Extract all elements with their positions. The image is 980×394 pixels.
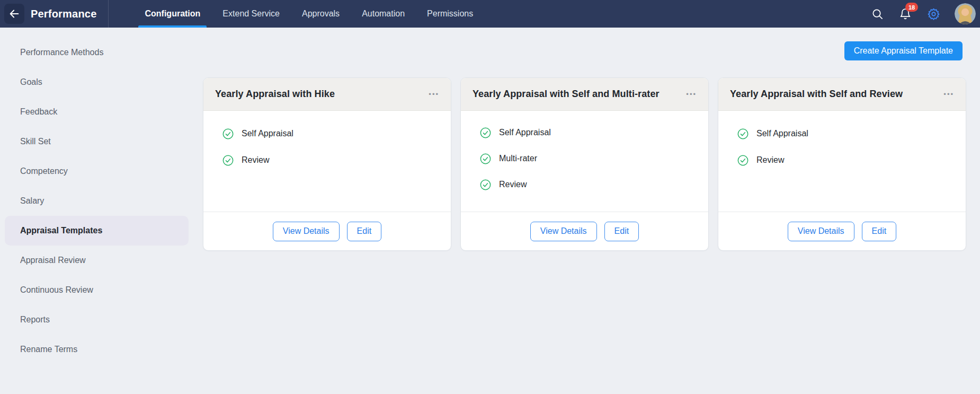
more-options-icon[interactable]: ••• xyxy=(938,91,954,98)
tab-automation[interactable]: Automation xyxy=(355,0,411,28)
notification-count-badge: 18 xyxy=(905,3,918,12)
sidebar-item-continuous-review[interactable]: Continuous Review xyxy=(0,275,193,305)
template-card: Yearly Appraisal with Hike ••• Self Appr… xyxy=(203,77,451,251)
step-label: Self Appraisal xyxy=(499,128,551,137)
sidebar-item-goals[interactable]: Goals xyxy=(0,67,193,97)
step-row: Self Appraisal xyxy=(480,127,696,138)
topbar-divider xyxy=(108,0,109,28)
main-content: Create Appraisal Template Yearly Apprais… xyxy=(193,28,980,394)
step-row: Multi-rater xyxy=(480,153,696,164)
settings-sidebar: Performance Methods Goals Feedback Skill… xyxy=(0,28,193,364)
more-options-icon[interactable]: ••• xyxy=(423,91,439,98)
appraisal-template-cards: Yearly Appraisal with Hike ••• Self Appr… xyxy=(203,77,966,251)
step-label: Self Appraisal xyxy=(756,129,808,138)
check-circle-icon xyxy=(222,155,234,166)
step-row: Review xyxy=(480,179,696,190)
view-details-button[interactable]: View Details xyxy=(788,222,854,241)
card-steps: Self Appraisal Multi-rater Review xyxy=(461,111,708,212)
check-circle-icon xyxy=(222,128,234,139)
sidebar-item-appraisal-templates[interactable]: Appraisal Templates xyxy=(5,216,189,246)
tab-approvals[interactable]: Approvals xyxy=(296,0,346,28)
step-row: Review xyxy=(737,154,953,166)
card-actions: View Details Edit xyxy=(718,212,966,250)
check-circle-icon xyxy=(737,128,749,139)
card-title: Yearly Appraisal with Self and Review xyxy=(730,89,938,100)
step-label: Multi-rater xyxy=(499,154,537,163)
sidebar-item-reports[interactable]: Reports xyxy=(0,305,193,335)
card-actions: View Details Edit xyxy=(461,212,708,250)
tab-permissions[interactable]: Permissions xyxy=(421,0,479,28)
sidebar-item-salary[interactable]: Salary xyxy=(0,186,193,216)
tab-extend-service[interactable]: Extend Service xyxy=(216,0,286,28)
template-card: Yearly Appraisal with Self and Multi-rat… xyxy=(460,77,709,251)
step-row: Self Appraisal xyxy=(222,128,438,139)
edit-button[interactable]: Edit xyxy=(862,222,897,241)
card-actions: View Details Edit xyxy=(203,212,451,250)
template-card: Yearly Appraisal with Self and Review ••… xyxy=(718,77,966,251)
step-label: Review xyxy=(499,180,527,189)
card-steps: Self Appraisal Review xyxy=(203,111,451,212)
check-circle-icon xyxy=(480,127,491,138)
back-arrow-icon xyxy=(8,8,20,20)
tab-configuration[interactable]: Configuration xyxy=(138,0,207,28)
step-label: Review xyxy=(756,155,784,165)
search-icon[interactable] xyxy=(870,7,884,21)
sidebar-item-performance-methods[interactable]: Performance Methods xyxy=(0,38,193,67)
step-label: Self Appraisal xyxy=(242,129,293,138)
page-title: Performance xyxy=(31,0,96,28)
notifications-bell-icon[interactable]: 18 xyxy=(898,7,912,21)
sidebar-item-feedback[interactable]: Feedback xyxy=(0,97,193,127)
check-circle-icon xyxy=(480,153,491,164)
more-options-icon[interactable]: ••• xyxy=(681,91,697,98)
card-title: Yearly Appraisal with Hike xyxy=(215,89,423,100)
check-circle-icon xyxy=(480,179,491,190)
back-button[interactable] xyxy=(4,4,24,24)
edit-button[interactable]: Edit xyxy=(604,222,639,241)
card-header: Yearly Appraisal with Self and Review ••… xyxy=(718,78,966,111)
top-navigation-bar: Performance Configuration Extend Service… xyxy=(0,0,980,28)
step-row: Self Appraisal xyxy=(737,128,953,139)
sidebar-item-skill-set[interactable]: Skill Set xyxy=(0,127,193,156)
edit-button[interactable]: Edit xyxy=(347,222,382,241)
sidebar-item-rename-terms[interactable]: Rename Terms xyxy=(0,335,193,364)
check-circle-icon xyxy=(737,155,749,166)
sidebar-item-appraisal-review[interactable]: Appraisal Review xyxy=(0,246,193,275)
topbar-actions: 18 xyxy=(870,0,980,28)
module-tabs: Configuration Extend Service Approvals A… xyxy=(138,0,479,28)
step-label: Review xyxy=(242,155,269,165)
view-details-button[interactable]: View Details xyxy=(530,222,597,241)
user-avatar[interactable] xyxy=(955,3,976,24)
card-header: Yearly Appraisal with Self and Multi-rat… xyxy=(461,78,708,111)
create-appraisal-template-button[interactable]: Create Appraisal Template xyxy=(844,41,963,60)
card-header: Yearly Appraisal with Hike ••• xyxy=(203,78,451,111)
card-steps: Self Appraisal Review xyxy=(718,111,966,212)
settings-gear-icon[interactable] xyxy=(926,7,940,21)
step-row: Review xyxy=(222,154,438,166)
sidebar-item-competency[interactable]: Competency xyxy=(0,156,193,186)
view-details-button[interactable]: View Details xyxy=(273,222,340,241)
card-title: Yearly Appraisal with Self and Multi-rat… xyxy=(473,89,681,100)
